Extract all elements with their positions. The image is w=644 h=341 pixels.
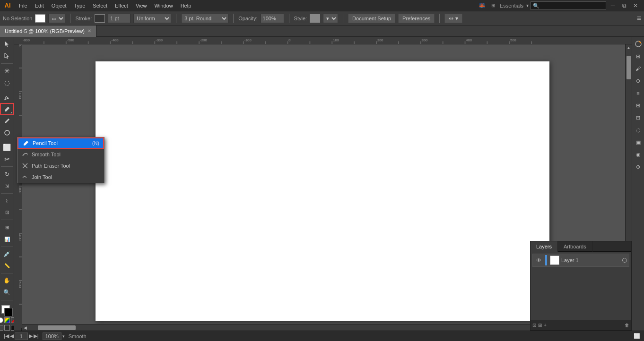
arrange-btn[interactable]: ⇔ ▾ <box>444 14 462 23</box>
style-label: Style: <box>294 16 307 21</box>
selection-label: No Selection <box>3 16 32 21</box>
zoom-dropdown-btn[interactable]: ▾ <box>62 334 65 339</box>
scissors-btn[interactable]: ✂ <box>1 154 13 165</box>
nav-controls: |◀ ◀ ▶ ▶| <box>4 332 39 340</box>
layer-target-btn[interactable] <box>622 258 627 263</box>
search-input[interactable] <box>531 1 606 10</box>
preferences-button[interactable]: Preferences <box>398 14 435 23</box>
workspace-dropdown-icon[interactable]: ▾ <box>526 3 529 8</box>
prev-page-btn[interactable]: ◀ <box>10 333 14 339</box>
stroke-align-select[interactable]: Uniform <box>133 14 171 23</box>
menu-effect[interactable]: Effect <box>111 0 132 11</box>
fill-swatch[interactable] <box>35 14 45 23</box>
stroke-panel-btn[interactable]: ◌ <box>633 125 644 135</box>
align-panel-btn[interactable]: ≡ <box>633 88 644 98</box>
layer-row[interactable]: 👁 Layer 1 <box>532 254 629 267</box>
panel-icon-strip: ⊞ 🖌 ⊙ ≡ ⊞ ⊟ ◌ ▣ ◉ ⊕ <box>632 37 644 331</box>
appearance-panel-btn[interactable]: ◉ <box>633 149 644 160</box>
delete-layer-btn[interactable]: 🗑 <box>625 323 629 328</box>
last-page-btn[interactable]: ▶| <box>34 333 39 339</box>
blob-brush-btn[interactable] <box>1 127 13 138</box>
brush-tool-btn[interactable] <box>1 115 13 126</box>
menu-select[interactable]: Select <box>89 0 111 11</box>
opacity-input[interactable] <box>261 14 284 23</box>
scroll-up-btn[interactable]: ▲ <box>626 44 632 51</box>
style-swatch[interactable] <box>310 14 320 23</box>
fill-type-select[interactable]: ▭ <box>48 14 65 23</box>
scroll-left-btn[interactable]: ◀ <box>22 324 28 331</box>
scale-btn[interactable]: ⇲ <box>1 180 13 191</box>
warp-btn[interactable]: ⌇ <box>1 196 13 206</box>
pathfinder-panel-btn[interactable]: ⊟ <box>633 112 644 123</box>
normal-mode-btn[interactable] <box>0 325 3 331</box>
stroke-width-input[interactable] <box>108 14 131 23</box>
style-select[interactable]: ▾ <box>323 14 338 23</box>
document-setup-button[interactable]: Document Setup <box>348 14 395 23</box>
pen-tool-btn[interactable] <box>1 92 13 103</box>
close-btn[interactable]: ✕ <box>631 2 640 9</box>
join-tool-menu-item[interactable]: Join Tool <box>17 171 104 183</box>
restore-btn[interactable]: ⧉ <box>619 2 629 9</box>
fullscreen-mode-btn[interactable] <box>4 325 10 331</box>
layers-content: 👁 Layer 1 <box>531 252 631 269</box>
shape-builder-btn[interactable]: ⊞ <box>1 222 13 233</box>
eyedropper-btn[interactable]: 💉 <box>1 249 13 260</box>
rotate-btn[interactable]: ↻ <box>1 169 13 179</box>
color-none-btn[interactable] <box>0 317 3 323</box>
menu-file[interactable]: File <box>15 0 31 11</box>
color-gradient-btn[interactable] <box>4 317 10 323</box>
zoom-btn[interactable]: 🔍 <box>1 287 13 298</box>
make-clipping-mask-btn[interactable]: ⊡ <box>532 323 536 328</box>
first-page-btn[interactable]: |◀ <box>4 333 9 339</box>
layer-visibility-btn[interactable]: 👁 <box>535 256 542 264</box>
menu-window[interactable]: Window <box>151 0 177 11</box>
workspace-icon[interactable]: ⊞ <box>488 2 498 9</box>
menu-type[interactable]: Type <box>70 0 89 11</box>
pencil-tool-label: Pencil Tool <box>33 140 89 146</box>
menu-edit[interactable]: Edit <box>31 0 48 11</box>
zoom-input[interactable] <box>43 332 61 340</box>
tab-bar: Untitled-5 @ 100% (RGB/Preview) ✕ <box>0 26 644 37</box>
lasso-btn[interactable]: ◌ <box>1 77 13 88</box>
create-new-layer-btn[interactable]: + <box>544 323 547 328</box>
pencil-tool-btn[interactable] <box>1 104 13 115</box>
bridge-icon[interactable]: 🌉 <box>477 2 487 9</box>
next-page-btn[interactable]: ▶ <box>29 333 33 339</box>
smooth-tool-menu-item[interactable]: Smooth Tool <box>17 149 104 160</box>
h-scroll-thumb[interactable] <box>38 325 76 330</box>
magic-wand-btn[interactable]: ✳ <box>1 65 13 76</box>
create-new-sublayer-btn[interactable]: ⊞ <box>538 323 542 328</box>
color-panel-btn[interactable] <box>633 39 644 49</box>
menu-view[interactable]: View <box>132 0 151 11</box>
symbols-panel-btn[interactable]: ⊙ <box>633 76 644 86</box>
layers-tab[interactable]: Layers <box>531 241 558 252</box>
artboards-tab[interactable]: Artboards <box>558 241 592 252</box>
app-logo: Ai <box>0 0 15 11</box>
chart-btn[interactable]: 📊 <box>1 234 13 245</box>
brush-select[interactable]: 3 pt. Round <box>181 14 228 23</box>
menu-object[interactable]: Object <box>48 0 70 11</box>
direct-selection-tool-btn[interactable] <box>1 51 13 61</box>
minimize-btn[interactable]: ─ <box>608 2 618 9</box>
swatches-panel-btn[interactable]: ⊞ <box>633 51 644 61</box>
graphic-styles-btn[interactable]: ⊕ <box>633 162 644 172</box>
path-eraser-icon <box>21 162 29 170</box>
transform-panel-btn[interactable]: ⊞ <box>633 100 644 111</box>
free-transform-btn[interactable]: ⊡ <box>1 207 13 218</box>
gradient-panel-btn[interactable]: ▣ <box>633 137 644 147</box>
stroke-swatch[interactable] <box>95 14 105 23</box>
selection-tool-btn[interactable] <box>1 39 13 50</box>
page-input[interactable] <box>15 332 28 340</box>
menu-help[interactable]: Help <box>177 0 195 11</box>
path-eraser-menu-item[interactable]: Path Eraser Tool <box>17 160 104 171</box>
eraser-btn[interactable]: ⬜ <box>1 142 13 153</box>
brushes-panel-btn[interactable]: 🖌 <box>633 63 644 74</box>
hand-btn[interactable]: ✋ <box>1 275 13 286</box>
pencil-tool-menu-item[interactable]: Pencil Tool (N) <box>17 137 104 149</box>
tab-close-btn[interactable]: ✕ <box>87 28 91 34</box>
panel-toggle-btn[interactable]: ≡ <box>637 14 641 22</box>
stroke-color[interactable] <box>4 308 13 316</box>
document-tab[interactable]: Untitled-5 @ 100% (RGB/Preview) ✕ <box>0 26 96 37</box>
measure-btn[interactable]: 📏 <box>1 260 13 271</box>
scroll-thumb[interactable] <box>627 56 631 79</box>
